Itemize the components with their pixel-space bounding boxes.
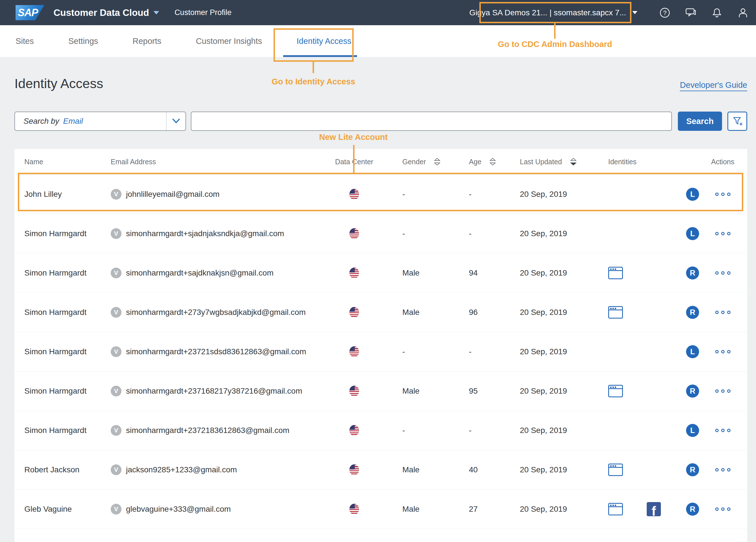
svg-text:?: ? [663, 9, 667, 16]
cell-actions [704, 232, 747, 235]
cell-gender: - [380, 347, 455, 356]
cell-age: - [455, 347, 520, 356]
col-name: Name [14, 158, 102, 166]
tab-settings[interactable]: Settings [68, 25, 98, 57]
col-last-updated-sort[interactable]: Last Updated [520, 157, 602, 166]
cell-gender: - [380, 229, 455, 238]
cell-account-type: R [681, 463, 704, 476]
actions-overflow-button[interactable] [715, 389, 731, 393]
cell-identities [602, 267, 681, 279]
cell-email-text: simonharmgardt+sajdknakjsn@gmail.com [126, 268, 274, 278]
cell-email: V simonharmgardt+2372183612863@gmail.com [102, 425, 329, 436]
actions-overflow-button[interactable] [715, 232, 731, 235]
search-input[interactable] [191, 112, 672, 131]
cell-data-center [329, 189, 380, 200]
tab-reports[interactable]: Reports [133, 25, 161, 57]
us-flag-icon [349, 228, 359, 239]
cell-email: V simonharmgardt+sajdknakjsn@gmail.com [102, 268, 329, 278]
cell-age: 27 [455, 505, 520, 514]
account-type-badge: R [686, 266, 699, 279]
col-actions: Actions [704, 158, 747, 166]
table-row: Simon Harmgardt V simonharmgardt+2371682… [14, 372, 747, 411]
col-gender-sort[interactable]: Gender [380, 157, 455, 166]
facebook-identity-icon: f [647, 502, 661, 516]
cell-account-type: L [681, 424, 704, 437]
us-flag-icon [349, 425, 359, 436]
search-by-value: Email [63, 117, 83, 126]
cell-name: Simon Harmgardt [14, 308, 102, 317]
cell-account-type: R [681, 266, 704, 279]
account-type-badge: R [686, 503, 699, 516]
col-identities: Identities [602, 158, 681, 166]
cell-name: Robert Jackson [14, 465, 102, 474]
product-dropdown-caret-icon[interactable] [153, 11, 159, 14]
annotation-new-lite-account-label: New Lite Account [319, 133, 388, 142]
cell-name: Simon Harmgardt [14, 347, 102, 356]
actions-overflow-button[interactable] [715, 350, 731, 353]
cell-name: Simon Harmgardt [14, 268, 102, 278]
table-body: John Lilley V johnlilleyemail@gmail.com … [14, 175, 747, 542]
product-title[interactable]: Customer Data Cloud [54, 7, 149, 18]
developers-guide-link[interactable]: Developer's Guide [680, 80, 747, 91]
annotation-admin-dashboard-label: Go to CDC Admin Dashboard [491, 40, 619, 49]
actions-overflow-button[interactable] [715, 271, 731, 275]
cell-email: V simonharmgardt+273y7wgbsadjkabjkd@gmai… [102, 307, 329, 318]
chevron-down-icon[interactable] [166, 112, 185, 130]
cell-age: 96 [455, 308, 520, 317]
account-type-badge: L [686, 188, 699, 201]
search-button[interactable]: Search [678, 112, 722, 131]
cell-data-center [329, 307, 380, 318]
cell-actions [704, 311, 747, 314]
account-type-badge: R [686, 463, 699, 476]
cell-gender: Male [380, 308, 455, 317]
cell-age: 95 [455, 387, 520, 396]
cell-email-text: simonharmgardt+2372183612863@gmail.com [126, 426, 289, 435]
cell-identities [602, 424, 681, 437]
tab-identity-access[interactable]: Identity Access [297, 25, 351, 57]
actions-overflow-button[interactable] [715, 193, 731, 196]
cell-account-type: R [681, 385, 704, 398]
actions-overflow-button[interactable] [715, 311, 731, 314]
us-flag-icon [349, 386, 359, 396]
cell-email-text: simonharmgardt+237168217y387216@gmail.co… [126, 387, 302, 396]
us-flag-icon [349, 307, 359, 318]
cell-email-text: simonharmgardt+273y7wgbsadjkabjkd@gmail.… [126, 308, 306, 317]
cell-data-center [329, 464, 380, 475]
site-identity-icon [608, 503, 623, 515]
actions-overflow-button[interactable] [715, 429, 731, 432]
actions-overflow-button[interactable] [715, 468, 731, 471]
cell-actions [704, 193, 747, 196]
annotation-identity-access-label: Go to Identity Access [269, 77, 358, 86]
tab-customer-insights[interactable]: Customer Insights [196, 25, 262, 57]
table-header: Name Email Address Data Center Gender Ag… [14, 149, 747, 175]
cell-email-text: johnlilleyemail@gmail.com [126, 190, 219, 199]
tenant-selector[interactable]: Gigya SA Demos 21... | ssomaster.sapcx 7… [469, 8, 626, 17]
search-by-select[interactable]: Search by Email [14, 112, 186, 131]
tenant-dropdown-caret-icon[interactable] [632, 11, 637, 14]
help-icon[interactable]: ? [659, 7, 671, 19]
cell-email-text: glebvaguine+333@gmail.com [126, 505, 231, 514]
verified-status-badge: V [111, 268, 121, 278]
cell-last-updated: 20 Sep, 2019 [520, 190, 602, 199]
cell-account-type: R [681, 503, 704, 516]
us-flag-icon [349, 268, 359, 278]
site-identity-icon [608, 385, 623, 397]
feedback-chat-icon[interactable] [685, 7, 697, 19]
add-filter-button[interactable] [727, 112, 747, 131]
cell-identities [602, 227, 681, 240]
notifications-bell-icon[interactable] [711, 7, 723, 19]
table-row: Simon Harmgardt V simonharmgardt+273y7wg… [14, 293, 747, 332]
user-account-icon[interactable] [737, 7, 749, 19]
actions-overflow-button[interactable] [715, 507, 731, 511]
col-age-sort[interactable]: Age [455, 157, 520, 166]
cell-email-text: jackson9285+1233@gmail.com [126, 465, 237, 474]
cell-data-center [329, 504, 380, 515]
cell-gender: - [380, 190, 455, 199]
cell-gender: Male [380, 465, 455, 474]
cell-email: V johnlilleyemail@gmail.com [102, 189, 329, 200]
cell-name: Gleb Vaguine [14, 505, 102, 514]
tab-sites[interactable]: Sites [16, 25, 34, 57]
cell-email: V simonharmgardt+sjadnjaksndkja@gmail.co… [102, 228, 329, 239]
cell-identities [602, 464, 681, 476]
us-flag-icon [349, 464, 359, 475]
